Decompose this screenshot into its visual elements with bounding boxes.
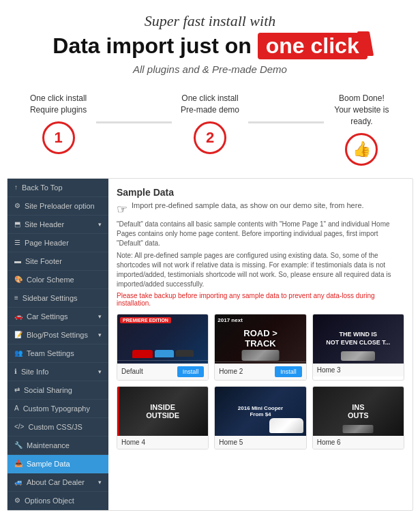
step-line-1	[96, 121, 172, 123]
install-button-home2[interactable]: Install	[275, 366, 302, 377]
sidebar-item-site-info[interactable]: ℹ Site Info ▾	[7, 363, 108, 381]
car-icon: 🚗	[14, 312, 22, 320]
sidebar-item-label: Sidebar Settings	[22, 294, 102, 302]
sidebar-item-label: Maintenance	[27, 441, 102, 449]
demo-name-home4: Home 4	[121, 439, 145, 446]
chevron-down-icon: ▾	[98, 313, 102, 320]
install-button-default[interactable]: Install	[177, 366, 205, 377]
sidebar-item-about[interactable]: 🚙 About Car Dealer ▾	[7, 473, 108, 492]
blog-icon: 📝	[14, 331, 22, 338]
sidebar-item-team-settings[interactable]: 👥 Team Settings	[7, 344, 108, 363]
sidebar-item-site-header[interactable]: ⬒ Site Header ▾	[7, 216, 108, 234]
step-1: One click install Require plugins 1	[20, 93, 96, 154]
step-1-circle: 1	[42, 121, 75, 154]
team-icon: 👥	[14, 349, 22, 357]
car-shape-home2	[241, 350, 279, 361]
mini-cooper-car	[269, 418, 303, 433]
step-1-text: One click install Require plugins	[30, 93, 87, 116]
demo-thumb-home6: INSOUTS	[313, 387, 404, 436]
car-shape-dark	[176, 350, 194, 357]
sidebar-item-label: Site Preloader option	[25, 202, 102, 210]
home6-text: INSOUTS	[348, 403, 369, 419]
subtitle: All plugins and & Pre-made Demo	[14, 63, 406, 75]
demo-footer-home2: Home 2 Install	[215, 364, 305, 380]
sidebar-item-sample-data[interactable]: 📥 Sample Data	[7, 455, 108, 473]
content-description: Import pre-defined sample data, as show …	[132, 201, 364, 211]
year-badge: 2017 next	[217, 317, 242, 323]
sidebar-item-custom-css[interactable]: </> Custom CSS/JS	[7, 418, 108, 437]
chevron-down-icon: ▾	[98, 368, 102, 375]
header-section: Super fast install with Data import just…	[0, 0, 420, 82]
options-icon: ⚙	[14, 497, 20, 504]
sidebar-item-label: Social Sharing	[24, 386, 102, 394]
demo-name-default: Default	[121, 368, 143, 375]
info-icon: ℹ	[14, 368, 17, 375]
step-3-circle: 👍	[345, 133, 378, 166]
content-title: Sample Data	[117, 187, 404, 198]
demo-footer-home3: Home 3	[313, 364, 404, 376]
sidebar-item-label: Site Header	[25, 220, 94, 228]
sidebar-item-custom-typography[interactable]: A Custom Typography	[7, 400, 108, 418]
demo-footer-default: Default Install	[117, 364, 208, 380]
inside-outside-text: INSIDEOUTSIDE	[146, 403, 179, 419]
demo-card-home4: INSIDEOUTSIDE Home 4	[117, 386, 209, 449]
demo-name-home2: Home 2	[219, 368, 243, 375]
gear-icon: ⚙	[14, 202, 20, 209]
sidebar-item-maintenance[interactable]: 🔧 Maintenance	[7, 437, 108, 455]
sidebar-item-color-scheme[interactable]: 🎨 Color Scheme	[7, 271, 108, 289]
sidebar-item-label: Custom CSS/JS	[28, 423, 102, 431]
main-title: Data import just on one click	[14, 33, 406, 59]
chevron-down-icon: ▾	[98, 221, 102, 228]
sidebar-item-page-header[interactable]: ☰ Page Header	[7, 234, 108, 252]
sidebar-item-label: About Car Dealer	[27, 478, 94, 486]
sidebar-item-label: Color Scheme	[27, 276, 102, 284]
content-note: "Default" data contains all basic sample…	[117, 220, 404, 248]
step-3-text: Boom Done! Your website is ready.	[324, 93, 400, 127]
sidebar-item-label: Options Object	[25, 497, 102, 505]
sidebar-icon: ≡	[14, 294, 18, 301]
demo-footer-home6: Home 6	[313, 436, 404, 449]
car-shape-red	[132, 350, 153, 358]
sidebar-item-site-footer[interactable]: ▬ Site Footer	[7, 252, 108, 271]
content-warning: Please take backup before importing any …	[117, 292, 404, 307]
content-panel: Sample Data ☞ Import pre-defined sample …	[108, 179, 412, 510]
sidebar-item-blog-settings[interactable]: 📝 Blog/Post Settings ▾	[7, 326, 108, 344]
sidebar-item-car-settings[interactable]: 🚗 Car Settings ▾	[7, 308, 108, 326]
sidebar-item-label: Back To Top	[22, 183, 102, 192]
sidebar-item-label: Team Settings	[27, 349, 102, 357]
demo-card-home6: INSOUTS Home 6	[312, 386, 404, 449]
demo-name-home3: Home 3	[317, 366, 341, 374]
road-line-home2	[215, 361, 305, 362]
sidebar-item-label: Page Header	[25, 239, 102, 247]
import-cursor-icon: ☞	[117, 202, 127, 217]
sidebar-item-preloader[interactable]: ⚙ Site Preloader option	[7, 197, 108, 216]
car-shape-blue	[155, 350, 174, 357]
demo-footer-home4: Home 4	[117, 436, 208, 449]
step-3: Boom Done! Your website is ready. 👍	[324, 93, 400, 165]
sidebar-item-social-sharing[interactable]: ⇄ Social Sharing	[7, 381, 108, 400]
demo-name-home5: Home 5	[219, 439, 243, 446]
main-content: ↑ Back To Top ⚙ Site Preloader option ⬒ …	[7, 178, 413, 511]
share-icon: ⇄	[14, 386, 20, 394]
demo-footer-home5: Home 5	[215, 436, 305, 449]
demo-thumb-home4: INSIDEOUTSIDE	[117, 387, 208, 436]
sidebar-item-label: Site Info	[21, 368, 94, 376]
sidebar-item-options[interactable]: ⚙ Options Object	[7, 492, 108, 510]
step-2-text: One click install Pre-made demo	[181, 93, 239, 116]
car-shape-home3	[341, 351, 375, 361]
code-icon: </>	[14, 423, 24, 430]
super-fast-text: Super fast install with	[14, 12, 406, 30]
step-2: One click install Pre-made demo 2	[172, 93, 247, 154]
step-2-circle: 2	[194, 121, 226, 154]
chevron-down-icon: ▾	[98, 331, 102, 338]
one-click-badge: one click	[258, 33, 368, 59]
title-pre: Data import just on	[52, 33, 252, 58]
sidebar-item-back-to-top[interactable]: ↑ Back To Top	[7, 179, 108, 197]
step-line-2	[248, 121, 324, 123]
demo-card-home3: THE WIND ISNOT EVEN CLOSE T... Home 3	[312, 314, 404, 381]
steps-section: One click install Require plugins 1 One …	[0, 82, 420, 172]
sidebar-item-sidebar-settings[interactable]: ≡ Sidebar Settings	[7, 289, 108, 308]
premiere-badge: PREMIERE EDITION	[120, 317, 171, 323]
wrench-icon: 🔧	[14, 441, 22, 449]
import-icon: 📥	[14, 460, 22, 467]
